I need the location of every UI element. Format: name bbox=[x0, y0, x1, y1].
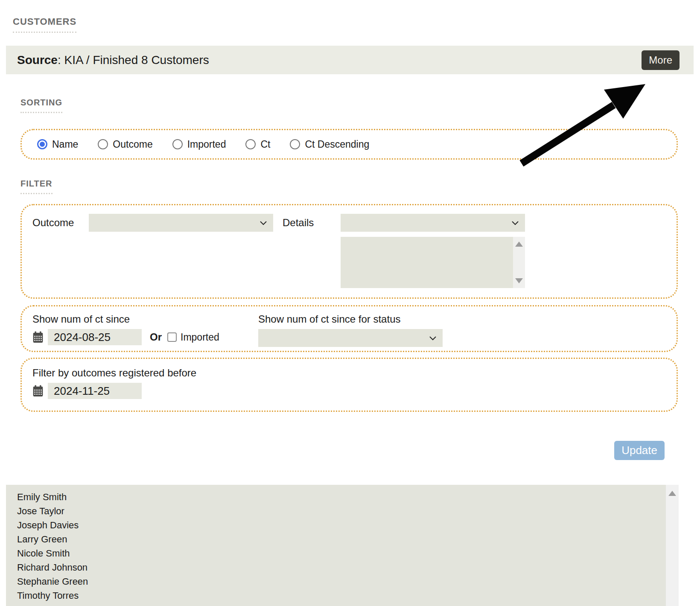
sorting-options-group: Name Outcome Imported Ct bbox=[20, 129, 678, 160]
registered-before-label: Filter by outcomes registered before bbox=[32, 367, 666, 379]
ct-since-group: Show num of ct since bbox=[20, 305, 678, 352]
customer-option[interactable]: Larry Green bbox=[17, 532, 679, 546]
sort-option-label: Outcome bbox=[113, 139, 152, 150]
details-select[interactable] bbox=[341, 214, 525, 232]
calendar-icon bbox=[32, 331, 44, 343]
customer-option[interactable]: Stephanie Green bbox=[17, 574, 679, 589]
sort-radio-option[interactable]: Ct Descending bbox=[290, 139, 369, 150]
outcome-select[interactable] bbox=[89, 214, 273, 232]
chevron-down-icon bbox=[510, 218, 520, 227]
scroll-up-icon[interactable] bbox=[515, 242, 523, 247]
sort-radio-option[interactable]: Imported bbox=[172, 139, 226, 150]
calendar-icon bbox=[32, 385, 44, 397]
source-bar: Source: KIA / Finished 8 Customers More bbox=[6, 46, 694, 74]
sort-option-label: Imported bbox=[187, 139, 226, 150]
registered-before-group: Filter by outcomes registered before bbox=[20, 358, 678, 412]
customer-option[interactable]: Richard Johnson bbox=[17, 560, 679, 574]
listbox-scrollbar[interactable] bbox=[513, 237, 525, 288]
source-separator: : bbox=[58, 53, 64, 67]
customer-option[interactable]: Timothy Torres bbox=[17, 589, 679, 603]
radio-icon[interactable] bbox=[98, 139, 108, 149]
sorting-heading: SORTING bbox=[20, 98, 62, 113]
ct-since-status-label: Show num of ct since for status bbox=[258, 313, 443, 325]
sort-option-label: Ct Descending bbox=[305, 139, 369, 150]
or-label: Or bbox=[150, 331, 162, 343]
customer-option[interactable]: Jose Taylor bbox=[17, 504, 679, 518]
scroll-down-icon[interactable] bbox=[515, 278, 523, 283]
customer-list[interactable]: Emily Smith Jose Taylor Joseph Davies La… bbox=[6, 485, 679, 606]
radio-icon[interactable] bbox=[172, 139, 183, 149]
sort-radio-option[interactable]: Ct bbox=[245, 139, 270, 150]
page-title: CUSTOMERS bbox=[13, 16, 76, 33]
customers-page: CUSTOMERS Source: KIA / Finished 8 Custo… bbox=[0, 0, 700, 606]
customer-option[interactable]: Nicole Smith bbox=[17, 546, 679, 560]
source-text: Source: KIA / Finished 8 Customers bbox=[17, 53, 642, 67]
chevron-down-icon bbox=[428, 333, 438, 343]
chevron-down-icon bbox=[259, 218, 268, 227]
details-listbox[interactable] bbox=[341, 237, 525, 288]
customer-list-scrollbar[interactable] bbox=[666, 485, 679, 606]
radio-icon[interactable] bbox=[37, 139, 47, 149]
sort-option-label: Name bbox=[52, 139, 78, 150]
ct-since-date-input[interactable] bbox=[48, 329, 142, 345]
source-label: Source bbox=[17, 53, 58, 67]
ct-since-status-select[interactable] bbox=[258, 329, 443, 347]
imported-checkbox-label: Imported bbox=[181, 332, 219, 343]
filter-outcome-group: Outcome Details bbox=[20, 204, 678, 299]
ct-since-label: Show num of ct since bbox=[32, 313, 258, 325]
radio-icon[interactable] bbox=[245, 139, 256, 149]
customer-option[interactable]: Emily Smith bbox=[17, 490, 679, 504]
sort-radio-option[interactable]: Outcome bbox=[98, 139, 152, 150]
sort-radio-option[interactable]: Name bbox=[37, 139, 78, 150]
outcome-label: Outcome bbox=[32, 217, 89, 229]
radio-icon[interactable] bbox=[290, 139, 300, 149]
sort-option-label: Ct bbox=[260, 139, 270, 150]
filter-heading: FILTER bbox=[20, 179, 52, 194]
customer-option[interactable]: Joseph Davies bbox=[17, 518, 679, 532]
imported-checkbox[interactable] bbox=[167, 332, 177, 342]
source-value: KIA / Finished 8 Customers bbox=[64, 53, 209, 67]
scroll-up-icon[interactable] bbox=[668, 491, 676, 496]
more-button[interactable]: More bbox=[642, 50, 680, 70]
update-button[interactable]: Update bbox=[614, 441, 665, 460]
registered-before-date-input[interactable] bbox=[48, 383, 142, 399]
details-label: Details bbox=[273, 217, 341, 229]
